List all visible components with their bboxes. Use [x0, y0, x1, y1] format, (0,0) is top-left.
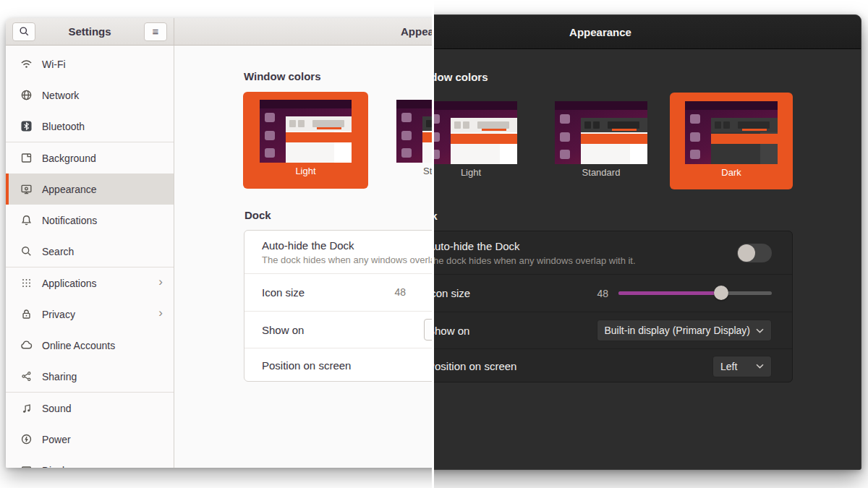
cloud-icon	[20, 339, 33, 351]
icon-size-value: 48	[597, 288, 608, 299]
sidebar-item-label: Displays	[42, 465, 80, 468]
sidebar-item-label: Applications	[42, 278, 97, 289]
dock-settings-card: Auto-hide the Dock The dock hides when a…	[434, 231, 793, 382]
sidebar-item-label: Notifications	[42, 215, 97, 226]
dark-titlebar: Appearance – ×	[434, 15, 861, 49]
bluetooth-icon	[20, 120, 33, 132]
sidebar-item-label: Sharing	[42, 371, 77, 382]
page-title: Appearance	[401, 25, 432, 38]
theme-preview-dark	[685, 101, 778, 164]
left-screenshot-pane: Settings ≡ Appearance Wi-Fi	[0, 0, 432, 488]
position-dropdown[interactable]: Left	[712, 356, 772, 377]
wifi-icon	[20, 58, 33, 70]
auto-hide-subtitle: The dock hides when any windows overlap …	[434, 255, 636, 266]
sidebar-item-displays[interactable]: Displays	[6, 455, 174, 468]
notifications-icon	[20, 214, 33, 226]
window-title: Appearance	[569, 26, 631, 38]
settings-window-light: Settings ≡ Appearance Wi-Fi	[6, 18, 432, 468]
show-on-label: Show on	[434, 325, 469, 337]
sidebar-item-applications[interactable]: Applications ›	[6, 267, 174, 299]
auto-hide-row: Auto-hide the Dock The dock hides when a…	[244, 231, 432, 273]
displays-icon	[20, 464, 33, 468]
preview-dock	[690, 114, 700, 159]
toggle-knob	[738, 244, 755, 262]
auto-hide-toggle[interactable]	[737, 244, 772, 262]
screenshot-canvas: Settings ≡ Appearance Wi-Fi	[0, 0, 868, 488]
theme-preview-standard	[555, 101, 647, 164]
sidebar-item-label: Bluetooth	[42, 121, 85, 132]
sidebar-item-appearance[interactable]: Appearance	[6, 174, 174, 205]
theme-option-standard[interactable]: Standard	[540, 93, 663, 189]
icon-size-row: Icon size 48	[244, 273, 432, 311]
sidebar-item-search[interactable]: Search	[6, 236, 174, 267]
network-icon	[20, 89, 33, 101]
position-row: Position on screen	[244, 348, 432, 382]
show-on-label: Show on	[262, 324, 304, 336]
show-on-dropdown[interactable]	[424, 319, 432, 341]
theme-option-label: Standard	[582, 167, 621, 178]
privacy-icon	[20, 308, 33, 320]
icon-size-value: 48	[384, 286, 406, 298]
preview-dock	[401, 113, 412, 158]
search-icon	[19, 26, 30, 37]
icon-size-slider[interactable]	[618, 291, 772, 295]
theme-option-light[interactable]: Light	[243, 92, 368, 189]
show-on-row: Show on	[244, 311, 432, 348]
search-button[interactable]	[12, 22, 35, 41]
sidebar-item-label: Sound	[42, 403, 71, 414]
position-row: Position on screen Left	[434, 348, 792, 383]
sidebar-item-notifications[interactable]: Notifications	[6, 205, 174, 236]
dock-settings-card: Auto-hide the Dock The dock hides when a…	[244, 230, 432, 382]
show-on-row: Show on Built-in display (Primary Displa…	[434, 312, 792, 348]
theme-option-label: Light	[461, 167, 481, 178]
theme-option-label: Dark	[721, 167, 741, 178]
window-colors-heading: Window colors	[244, 70, 321, 82]
hamburger-icon: ≡	[153, 25, 159, 38]
sidebar-item-wifi[interactable]: Wi-Fi	[6, 48, 174, 80]
sound-icon	[20, 402, 33, 414]
theme-option-label: Light	[295, 166, 315, 176]
sidebar-item-privacy[interactable]: Privacy ›	[6, 299, 174, 330]
sidebar-item-network[interactable]: Network	[6, 80, 174, 111]
sidebar-item-power[interactable]: Power	[6, 424, 174, 455]
theme-option-dark[interactable]: Dark	[670, 93, 793, 189]
sidebar-item-online-accounts[interactable]: Online Accounts	[6, 330, 174, 361]
icon-size-row: Icon size 48	[434, 274, 792, 312]
show-on-dropdown[interactable]: Built-in display (Primary Display)	[597, 320, 773, 341]
sidebar-item-sharing[interactable]: Sharing	[6, 361, 174, 392]
sidebar-item-sound[interactable]: Sound	[6, 393, 174, 424]
theme-preview-light	[434, 101, 517, 164]
chevron-right-icon: ›	[158, 275, 163, 289]
background-icon	[20, 152, 33, 164]
sidebar-headerbar: Settings ≡	[6, 18, 174, 46]
window-colors-heading: Window colors	[434, 71, 488, 83]
auto-hide-subtitle: The dock hides when any windows overlap …	[262, 254, 432, 265]
sidebar-item-background[interactable]: Background	[6, 142, 174, 174]
slider-fill	[618, 291, 721, 295]
sidebar-item-bluetooth[interactable]: Bluetooth	[6, 111, 174, 142]
theme-option-standard[interactable]: Standard	[380, 92, 432, 189]
show-on-value: Built-in display (Primary Display)	[605, 325, 751, 336]
light-titlebar: Settings ≡ Appearance	[6, 18, 432, 46]
appearance-window-dark: Appearance – × Window colors	[434, 14, 861, 470]
sidebar-item-label: Network	[42, 90, 79, 101]
auto-hide-row: Auto-hide the Dock The dock hides when a…	[434, 231, 792, 274]
appearance-panel-light: Window colors Light	[174, 46, 432, 468]
power-icon	[20, 433, 33, 445]
chevron-down-icon	[756, 328, 764, 333]
sharing-icon	[20, 370, 33, 382]
menu-button[interactable]: ≡	[144, 22, 167, 41]
content-headerbar: Appearance	[174, 18, 432, 46]
sidebar-item-label: Wi-Fi	[42, 59, 66, 70]
search-icon	[20, 245, 33, 257]
sidebar-item-label: Appearance	[42, 184, 97, 195]
theme-option-light[interactable]: Light	[434, 93, 532, 189]
applications-icon	[20, 277, 33, 289]
position-label: Position on screen	[434, 360, 516, 372]
icon-size-label: Icon size	[262, 286, 305, 299]
slider-handle[interactable]	[714, 286, 728, 300]
auto-hide-label: Auto-hide the Dock	[262, 239, 354, 252]
sidebar-item-label: Online Accounts	[42, 340, 115, 351]
appearance-panel-dark: Window colors Light	[434, 49, 861, 469]
selected-accent-bar	[6, 174, 9, 205]
